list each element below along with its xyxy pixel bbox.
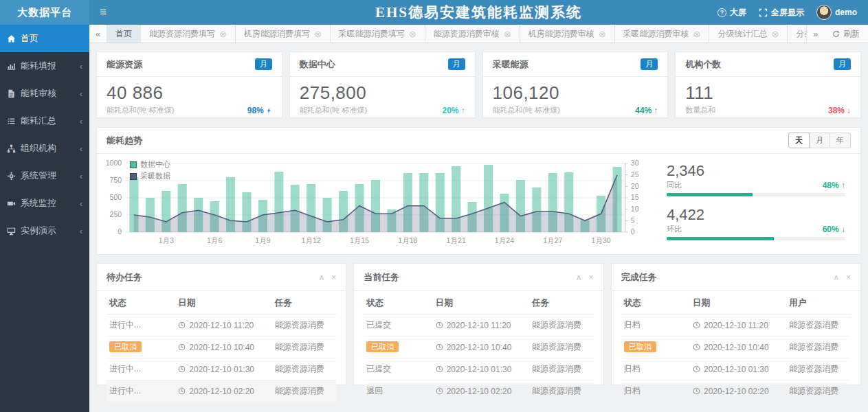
platform-logo[interactable]: 大数据平台 (0, 0, 89, 25)
collapse-icon[interactable]: ∧ (833, 273, 839, 282)
status-text: 进行中... (109, 386, 141, 396)
stat-percent: 38%↓ (828, 106, 851, 115)
svg-text:5: 5 (631, 216, 635, 225)
collapse-icon[interactable]: ∧ (576, 273, 582, 282)
close-icon[interactable]: × (589, 273, 594, 282)
camera-icon (7, 199, 21, 208)
tab-close-icon[interactable]: ⊗ (409, 29, 416, 39)
svg-text:1000: 1000 (106, 159, 122, 168)
column-header: 日期 (175, 291, 271, 314)
stat-card-采暖能源: 采暖能源月106,120能耗总和(吨 标准煤)44%↑ (482, 52, 669, 118)
energy-trend-card: 能耗趋势 天月年 025050075010000510152025301月31月… (96, 127, 861, 255)
range-button-月[interactable]: 月 (809, 133, 830, 148)
trend-stat-同比: 2,346同比48% ↑ (667, 162, 845, 196)
month-badge: 月 (641, 58, 658, 70)
status-text: 进行中... (109, 320, 141, 330)
date-text: 2020-12-10 10:40 (704, 343, 769, 352)
stat-percent: 44%↑ (635, 106, 658, 115)
stat-card-title: 能源资源 (107, 58, 142, 71)
tab-机房能源消费审核[interactable]: 机房能源消费审核⊗ (520, 25, 615, 43)
progress-bar (667, 193, 845, 196)
trend-stat-value: 4,422 (667, 206, 845, 224)
svg-text:20: 20 (631, 182, 639, 190)
tab-采暖能源消费审核[interactable]: 采暖能源消费审核⊗ (615, 25, 710, 43)
clock-icon (693, 321, 700, 329)
sidebar-item-label: 系统管理 (21, 170, 56, 182)
task-card-当前任务: 当前任务∧×状态日期任务已提交2020-12-10 11:20能源资源消费已取消… (353, 263, 603, 385)
tab-close-icon[interactable]: ⊗ (314, 29, 322, 39)
user-menu[interactable]: demo (816, 5, 857, 20)
table-row[interactable]: 已提交2020-12-10 01:30能源资源消费 (364, 358, 593, 380)
sidebar-item-实例演示[interactable]: 实例演示‹ (0, 217, 89, 244)
collapse-icon[interactable]: ∧ (319, 273, 325, 282)
svg-text:1月24: 1月24 (495, 236, 514, 244)
username-label: demo (835, 8, 857, 17)
svg-text:15: 15 (631, 194, 639, 202)
table-row[interactable]: 归档2020-12-10 02:20能源资源消费 (621, 380, 851, 402)
table-row[interactable]: 退回2020-12-10 02:20能源资源消费 (364, 380, 593, 402)
tab-label: 首页 (115, 28, 132, 40)
tab-label: 能源资源消费审核 (434, 28, 500, 40)
tab-close-icon[interactable]: ⊗ (693, 29, 701, 39)
legend-item-采暖数据[interactable]: 采暖数据 (130, 171, 170, 181)
table-row[interactable]: 已取消2020-12-10 10:40能源资源消费 (621, 336, 851, 358)
chevron-left-icon: ‹ (80, 144, 82, 154)
card-tools: ∧× (833, 273, 851, 282)
tab-bar: « 首页能源资源消费填写⊗机房能源消费填写⊗采暖能源消费填写⊗能源资源消费审核⊗… (89, 25, 868, 43)
close-icon[interactable]: × (331, 273, 336, 282)
task-card-title: 待办任务 (107, 271, 142, 284)
svg-text:0: 0 (631, 228, 635, 236)
tab-首页[interactable]: 首页 (107, 25, 141, 43)
range-button-天[interactable]: 天 (788, 133, 810, 148)
sidebar-item-首页[interactable]: 首页 (0, 25, 89, 52)
table-row[interactable]: 进行中...2020-12-10 01:30能源资源消费 (107, 358, 336, 380)
app-window: 大数据平台 ≡ EHS德易安建筑能耗监测系统 ? 大屏 全屏显示 demo (0, 0, 868, 412)
sidebar-item-label: 能耗填报 (21, 60, 56, 72)
tabs-scroll-left-icon[interactable]: « (89, 25, 107, 43)
tab-能源资源消费审核[interactable]: 能源资源消费审核⊗ (425, 25, 520, 43)
table-row[interactable]: 已取消2020-12-10 10:40能源资源消费 (107, 336, 336, 358)
refresh-button[interactable]: 刷新 (824, 25, 868, 43)
close-icon[interactable]: × (846, 273, 851, 282)
tab-机房能源消费填写[interactable]: 机房能源消费填写⊗ (236, 25, 331, 43)
tab-采暖能源消费填写[interactable]: 采暖能源消费填写⊗ (331, 25, 425, 43)
tab-close-icon[interactable]: ⊗ (504, 29, 511, 39)
legend-item-数据中心[interactable]: 数据中心 (130, 159, 170, 170)
trend-side-stats: 2,346同比48% ↑4,422环比60% ↓ (654, 154, 860, 254)
stat-card-title: 采暖能源 (493, 58, 528, 71)
table-row[interactable]: 已取消2020-12-10 10:40能源资源消费 (364, 336, 593, 358)
stat-value: 275,800 (300, 82, 465, 104)
table-row[interactable]: 已提交2020-12-10 11:20能源资源消费 (364, 314, 593, 336)
sidebar-item-label: 能耗汇总 (21, 115, 56, 127)
clock-icon (178, 321, 186, 329)
sidebar-item-能耗审核[interactable]: 能耗审核‹ (0, 80, 89, 107)
sidebar-item-组织机构[interactable]: 组织机构‹ (0, 135, 89, 162)
tab-close-icon[interactable]: ⊗ (219, 29, 227, 39)
sidebar-item-label: 能耗审核 (21, 87, 56, 100)
clock-icon (693, 387, 700, 395)
tab-close-icon[interactable]: ⊗ (771, 29, 779, 39)
sidebar-toggle-icon[interactable]: ≡ (89, 5, 117, 19)
status-text: 归档 (624, 386, 641, 396)
big-screen-button[interactable]: ? 大屏 (717, 7, 746, 19)
table-row[interactable]: 归档2020-12-10 11:20能源资源消费 (621, 314, 851, 336)
svg-text:1月15: 1月15 (350, 236, 369, 244)
table-row[interactable]: 归档2020-12-10 01:30能源资源消费 (621, 358, 851, 380)
table-row[interactable]: 进行中...2020-12-10 11:20能源资源消费 (107, 314, 336, 336)
sidebar-item-系统监控[interactable]: 系统监控‹ (0, 190, 89, 217)
sidebar-item-能耗汇总[interactable]: 能耗汇总‹ (0, 107, 89, 135)
tab-能源资源消费填写[interactable]: 能源资源消费填写⊗ (141, 25, 236, 43)
range-button-年[interactable]: 年 (830, 133, 851, 148)
tab-分级统计汇总[interactable]: 分级统计汇总⊗ (709, 25, 788, 43)
tab-close-icon[interactable]: ⊗ (599, 29, 606, 39)
sidebar-item-系统管理[interactable]: 系统管理‹ (0, 162, 89, 190)
table-row[interactable]: 进行中...2020-12-10 02:20能源资源消费 (107, 380, 336, 402)
fullscreen-button[interactable]: 全屏显示 (759, 7, 804, 19)
clock-icon (693, 343, 700, 351)
sidebar-item-能耗填报[interactable]: 能耗填报‹ (0, 52, 89, 80)
tab-label: 机房能源消费填写 (244, 28, 310, 40)
tabs-scroll-right-icon[interactable]: » (806, 25, 824, 43)
chevron-left-icon: ‹ (80, 89, 82, 99)
refresh-icon (832, 30, 840, 38)
tab-分类统计汇总[interactable]: 分类统计汇总⊗ (788, 25, 806, 43)
